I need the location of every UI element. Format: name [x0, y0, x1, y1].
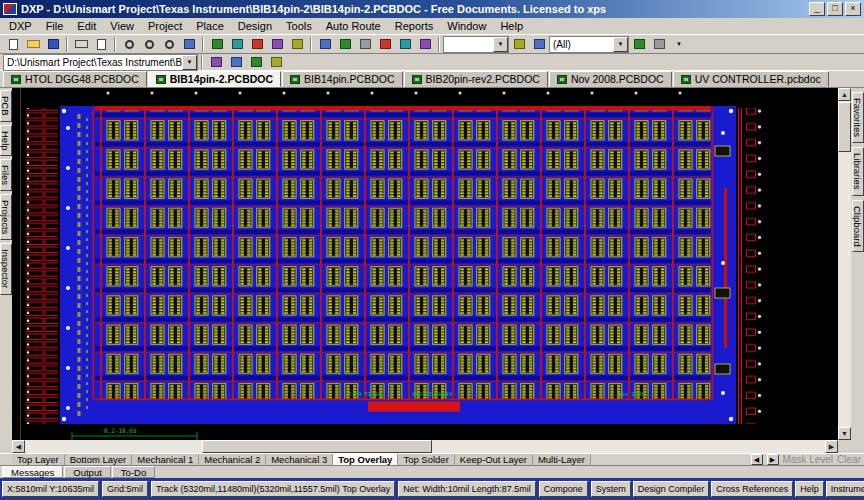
nav-forward-button[interactable]: [226, 54, 246, 71]
clear-button[interactable]: Clear: [837, 454, 861, 465]
menu-file[interactable]: File: [39, 19, 71, 33]
horizontal-scroll-thumb[interactable]: [202, 440, 432, 453]
menu-window[interactable]: Window: [440, 19, 493, 33]
layer-tab-keep-out-layer[interactable]: Keep-Out Layer: [455, 454, 533, 466]
panel-tab-inspector[interactable]: Inspector: [0, 243, 12, 294]
filter-button[interactable]: [227, 36, 247, 53]
panel-tab-favorites[interactable]: Favorites: [852, 92, 864, 143]
panel-tab-projects[interactable]: Projects: [0, 194, 12, 240]
instrument-racks-panel-button[interactable]: Instrument Racks: [826, 481, 864, 497]
place-component-button[interactable]: [267, 36, 287, 53]
layer-tab-multi-layer[interactable]: Multi-Layer: [533, 454, 591, 466]
help-panel-button[interactable]: Help: [795, 481, 824, 497]
scope-combo[interactable]: (All) ▼: [549, 36, 629, 53]
print-button[interactable]: [71, 36, 91, 53]
refresh-button[interactable]: [246, 54, 266, 71]
mask-button[interactable]: [509, 36, 529, 53]
layer-tab-mechanical-3[interactable]: Mechanical 3: [266, 454, 333, 466]
layer-tab-mechanical-2[interactable]: Mechanical 2: [199, 454, 266, 466]
tab-todo[interactable]: To-Do: [112, 466, 155, 478]
chevron-down-icon[interactable]: ▼: [182, 55, 197, 70]
menu-auto-route[interactable]: Auto Route: [319, 19, 388, 33]
menu-tools[interactable]: Tools: [279, 19, 319, 33]
nav-back-button[interactable]: [206, 54, 226, 71]
panel-tab-files[interactable]: Files: [0, 159, 12, 191]
select-button[interactable]: [529, 36, 549, 53]
panel-tab-help[interactable]: Help: [0, 125, 12, 157]
layer-scroll-left-icon[interactable]: ◀: [751, 454, 763, 465]
doc-tab-nov-2008[interactable]: Nov 2008.PCBDOC: [549, 71, 672, 87]
menu-design[interactable]: Design: [231, 19, 279, 33]
more-tools-dropdown[interactable]: ▼: [669, 36, 689, 53]
doc-tab-bib20pin-rev2[interactable]: BIB20pin-rev2.PCBDOC: [404, 71, 548, 87]
cross-probe-button[interactable]: [207, 36, 227, 53]
track-status: Track (5320mil,11480mil)(5320mil,11557.5…: [151, 481, 395, 497]
mask-level-button[interactable]: Mask Level: [783, 454, 834, 465]
zoom-window-button[interactable]: [119, 36, 139, 53]
close-button[interactable]: ×: [845, 2, 861, 16]
zoom-out-button[interactable]: [159, 36, 179, 53]
menu-place[interactable]: Place: [189, 19, 231, 33]
footprint-button[interactable]: [629, 36, 649, 53]
board-wizard-button[interactable]: [315, 36, 335, 53]
menu-reports[interactable]: Reports: [388, 19, 441, 33]
new-document-button[interactable]: [3, 36, 23, 53]
chevron-down-icon[interactable]: ▼: [613, 37, 628, 52]
pan-button[interactable]: [179, 36, 199, 53]
net-filter-combo[interactable]: ▼: [443, 36, 509, 53]
save-button[interactable]: [43, 36, 63, 53]
print-preview-button[interactable]: [91, 36, 111, 53]
layer-tab-top-layer[interactable]: Top Layer: [12, 454, 65, 466]
clear-filter-button[interactable]: [247, 36, 267, 53]
browse-button[interactable]: [266, 54, 286, 71]
menu-edit[interactable]: Edit: [70, 19, 103, 33]
horizontal-scrollbar[interactable]: ◀ ▶: [12, 440, 838, 453]
cross-references-panel-button[interactable]: Cross References: [711, 481, 793, 497]
minimize-button[interactable]: _: [809, 2, 825, 16]
dxp-app-icon[interactable]: [3, 3, 17, 15]
scroll-up-icon[interactable]: ▲: [838, 88, 851, 101]
board-silkscreen-label-1: J-M4-TI-14: [348, 391, 382, 397]
scroll-right-icon[interactable]: ▶: [825, 440, 838, 453]
snap-grid-button[interactable]: [415, 36, 435, 53]
doc-tab-uv-controller[interactable]: UV CONTROLLER.pcbdoc: [673, 71, 829, 87]
tab-messages[interactable]: Messages: [2, 466, 63, 478]
panel-tab-libraries[interactable]: Libraries: [852, 147, 864, 195]
zoom-in-button[interactable]: [139, 36, 159, 53]
layer-tab-bar: Top Layer Bottom Layer Mechanical 1 Mech…: [0, 453, 864, 465]
layer-scroll-right-icon[interactable]: ▶: [767, 454, 779, 465]
drc-button[interactable]: [335, 36, 355, 53]
path-combo[interactable]: D:\Unismart Project\Texas Instrument\BIB…: [3, 54, 198, 71]
pcb-canvas[interactable]: J-M4-TI-14 GRD-TI-DGG48 Nov 2008 8.2-18.…: [12, 88, 838, 440]
system-panel-button[interactable]: System: [591, 481, 631, 497]
layer-tab-mechanical-1[interactable]: Mechanical 1: [132, 454, 199, 466]
vertical-scroll-thumb[interactable]: [838, 102, 851, 152]
tab-output[interactable]: Output: [64, 466, 111, 478]
doc-tab-bib14pin[interactable]: BIB14pin.PCBDOC: [282, 71, 402, 87]
autoroute-button[interactable]: [355, 36, 375, 53]
panel-tab-clipboard[interactable]: Clipboard: [852, 200, 864, 253]
layer-tab-top-solder[interactable]: Top Solder: [398, 454, 454, 466]
vertical-scrollbar[interactable]: ▲ ▼: [838, 88, 851, 440]
doc-tab-bib14pin-2[interactable]: BIB14pin-2.PCBDOC: [148, 71, 281, 87]
design-compiler-panel-button[interactable]: Design Compiler: [633, 481, 710, 497]
board-wizard-icon: [320, 39, 331, 49]
chevron-down-icon[interactable]: ▼: [493, 37, 508, 52]
redo-button[interactable]: [395, 36, 415, 53]
doc-tab-htol-dgg48[interactable]: HTOL DGG48.PCBDOC: [3, 71, 147, 87]
place-track-button[interactable]: [287, 36, 307, 53]
scroll-down-icon[interactable]: ▼: [838, 427, 851, 440]
menu-view[interactable]: View: [103, 19, 141, 33]
layer-tab-bottom-layer[interactable]: Bottom Layer: [65, 454, 133, 466]
undo-button[interactable]: [375, 36, 395, 53]
scroll-left-icon[interactable]: ◀: [12, 440, 25, 453]
menu-project[interactable]: Project: [141, 19, 189, 33]
panel-tab-pcb[interactable]: PCB: [0, 90, 12, 122]
menu-help[interactable]: Help: [493, 19, 530, 33]
menu-dxp[interactable]: DXP: [2, 19, 39, 33]
maximize-button[interactable]: □: [827, 2, 843, 16]
pcb-doc-icon: [412, 75, 422, 84]
open-button[interactable]: [23, 36, 43, 53]
rules-button[interactable]: [649, 36, 669, 53]
layer-tab-top-overlay[interactable]: Top Overlay: [333, 454, 398, 466]
